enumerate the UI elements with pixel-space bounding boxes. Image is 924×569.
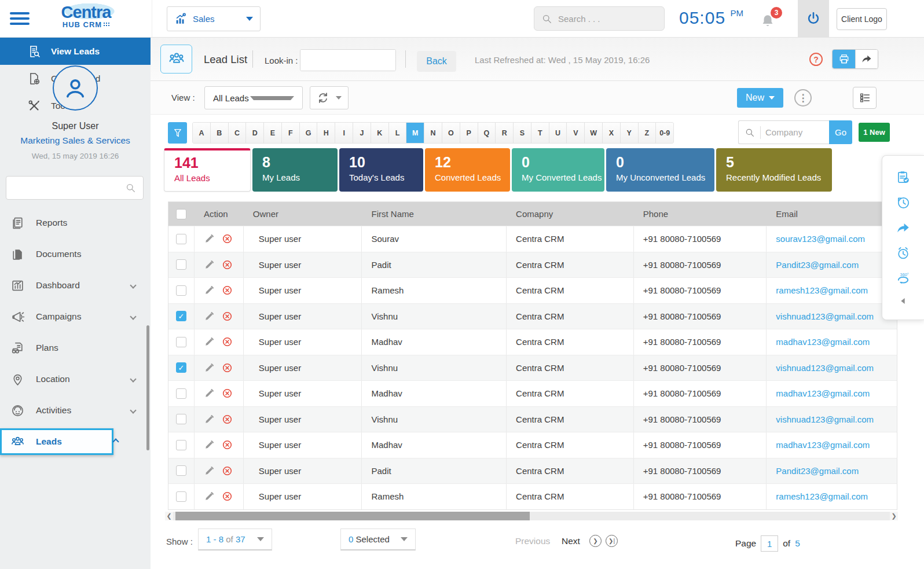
alpha-filter-c[interactable]: C bbox=[229, 123, 247, 143]
page-input[interactable] bbox=[761, 535, 778, 552]
alpha-filter-a[interactable]: A bbox=[193, 123, 211, 143]
collapse-panel-icon[interactable] bbox=[899, 296, 908, 306]
row-checkbox[interactable] bbox=[176, 234, 186, 244]
row-checkbox[interactable] bbox=[176, 259, 186, 270]
stat-card-converted-leads[interactable]: 12Converted Leads bbox=[425, 148, 510, 192]
edit-icon[interactable] bbox=[204, 311, 215, 322]
history-icon[interactable] bbox=[896, 195, 911, 210]
edit-icon[interactable] bbox=[204, 414, 215, 425]
delete-icon[interactable] bbox=[222, 336, 233, 347]
sidebar-item-dashboard[interactable]: Dashboard bbox=[0, 270, 151, 301]
notifications-button[interactable]: 3 bbox=[760, 9, 780, 30]
cell-email[interactable]: madhav123@gmail.com bbox=[767, 432, 897, 458]
alpha-filter-o[interactable]: O bbox=[442, 123, 460, 143]
sidebar-scrollbar[interactable] bbox=[146, 325, 149, 450]
table-row[interactable]: Super userMadhavCentra CRM+91 80080-7100… bbox=[168, 329, 897, 355]
stat-card-recently-modified-leads[interactable]: 5Recently Modified Leads bbox=[716, 148, 832, 192]
cell-email[interactable]: vishnuad123@gmail.com bbox=[767, 355, 897, 381]
stat-card-all-leads[interactable]: 141All Leads bbox=[164, 148, 251, 192]
list-layout-button[interactable] bbox=[853, 87, 877, 109]
alpha-filter-m[interactable]: M bbox=[406, 123, 424, 143]
clipboard-check-icon[interactable] bbox=[896, 170, 911, 185]
new-lead-button[interactable]: New bbox=[737, 88, 783, 108]
row-checkbox[interactable] bbox=[176, 414, 186, 424]
cell-email[interactable]: ramesh123@gmail.com bbox=[767, 484, 897, 509]
row-checkbox[interactable]: ✓ bbox=[176, 362, 186, 373]
alarm-icon[interactable] bbox=[896, 245, 911, 260]
alpha-filter-v[interactable]: V bbox=[567, 123, 585, 143]
sidebar-item-location[interactable]: Location bbox=[0, 364, 151, 395]
delete-icon[interactable] bbox=[222, 285, 233, 296]
sidebar-item-campaigns[interactable]: Campaigns bbox=[0, 301, 151, 332]
edit-icon[interactable] bbox=[204, 465, 215, 476]
lookin-input[interactable] bbox=[300, 50, 396, 71]
sidebar-item-activities[interactable]: Activities bbox=[0, 395, 151, 426]
scroll-right-arrow[interactable]: ❯ bbox=[890, 512, 898, 520]
print-button[interactable] bbox=[833, 50, 855, 68]
stat-card-my-converted-leads[interactable]: 0My Converted Leads bbox=[512, 148, 604, 192]
alpha-filter-k[interactable]: K bbox=[371, 123, 389, 143]
filter-button[interactable] bbox=[168, 122, 187, 144]
cell-email[interactable]: madhav123@gmail.com bbox=[767, 329, 897, 355]
delete-icon[interactable] bbox=[222, 465, 233, 476]
cell-email[interactable]: Pandit23@gmail.com bbox=[767, 458, 897, 484]
table-row[interactable]: Super userMadhavCentra CRM+91 80080-7100… bbox=[168, 432, 897, 458]
alpha-filter-y[interactable]: Y bbox=[621, 123, 639, 143]
alpha-filter-d[interactable]: D bbox=[246, 123, 264, 143]
scroll-left-arrow[interactable]: ❮ bbox=[165, 512, 173, 520]
sidebar-item-leads[interactable]: Leads bbox=[0, 426, 151, 457]
alpha-filter-0-9[interactable]: 0-9 bbox=[656, 123, 673, 143]
alpha-filter-w[interactable]: W bbox=[585, 123, 603, 143]
sidebar-search-input[interactable] bbox=[13, 183, 125, 193]
table-row[interactable]: Super userPaditCentra CRM+91 80080-71005… bbox=[168, 252, 897, 278]
alpha-filter-r[interactable]: R bbox=[496, 123, 514, 143]
range-selector[interactable]: 1 - 8 of 37 bbox=[198, 528, 272, 550]
delete-icon[interactable] bbox=[222, 414, 233, 425]
last-page-icon[interactable]: ❯| bbox=[606, 535, 618, 547]
hamburger-menu-icon[interactable] bbox=[10, 12, 30, 25]
edit-icon[interactable] bbox=[204, 388, 215, 399]
cell-email[interactable]: ramesh123@gmail.com bbox=[767, 278, 897, 303]
scrollbar-thumb[interactable] bbox=[175, 512, 530, 520]
row-checkbox[interactable] bbox=[176, 491, 186, 502]
sidebar-subitem-view-leads[interactable]: View Leads bbox=[0, 38, 151, 65]
next-page-link[interactable]: Next bbox=[562, 536, 580, 546]
edit-icon[interactable] bbox=[204, 439, 215, 450]
rotate-360-icon[interactable]: 360° bbox=[896, 271, 911, 286]
cell-email[interactable]: Pandit23@gmail.com bbox=[767, 252, 897, 278]
delete-icon[interactable] bbox=[222, 491, 233, 502]
delete-icon[interactable] bbox=[222, 259, 233, 270]
edit-icon[interactable] bbox=[204, 233, 215, 244]
sidebar-item-plans[interactable]: Plans bbox=[0, 332, 151, 364]
alpha-filter-s[interactable]: S bbox=[514, 123, 531, 143]
row-checkbox[interactable] bbox=[176, 337, 186, 347]
alpha-filter-i[interactable]: I bbox=[335, 123, 353, 143]
cell-email[interactable]: madhav123@gmail.com bbox=[767, 381, 897, 406]
cell-email[interactable]: sourav123@gmail.com bbox=[767, 226, 897, 252]
share-button[interactable] bbox=[855, 50, 878, 68]
row-checkbox[interactable] bbox=[176, 285, 186, 296]
new-leads-badge[interactable]: 1 New bbox=[859, 123, 890, 142]
table-row[interactable]: ✓Super userVishnuCentra CRM+91 80080-710… bbox=[168, 303, 897, 329]
row-checkbox[interactable] bbox=[176, 465, 186, 476]
edit-icon[interactable] bbox=[204, 336, 215, 347]
alpha-filter-u[interactable]: U bbox=[549, 123, 567, 143]
view-select[interactable]: All Leads bbox=[204, 86, 303, 109]
chevron-down-icon[interactable] bbox=[130, 313, 136, 320]
alpha-filter-t[interactable]: T bbox=[531, 123, 549, 143]
alpha-filter-q[interactable]: Q bbox=[478, 123, 496, 143]
delete-icon[interactable] bbox=[222, 233, 233, 244]
chevron-down-icon[interactable] bbox=[130, 376, 136, 382]
delete-icon[interactable] bbox=[222, 439, 233, 450]
chevron-down-icon[interactable] bbox=[130, 282, 136, 288]
global-search-input[interactable] bbox=[558, 14, 645, 24]
select-all-checkbox[interactable] bbox=[176, 209, 186, 219]
alpha-filter-l[interactable]: L bbox=[389, 123, 407, 143]
module-selector[interactable]: Sales bbox=[167, 6, 261, 31]
chevron-down-icon[interactable] bbox=[130, 407, 136, 413]
stat-card-today-s-leads[interactable]: 10Today's Leads bbox=[339, 148, 423, 192]
alpha-filter-n[interactable]: N bbox=[424, 123, 442, 143]
alpha-filter-g[interactable]: G bbox=[300, 123, 318, 143]
more-options-button[interactable]: ⋮ bbox=[794, 89, 812, 107]
alpha-filter-b[interactable]: B bbox=[211, 123, 229, 143]
